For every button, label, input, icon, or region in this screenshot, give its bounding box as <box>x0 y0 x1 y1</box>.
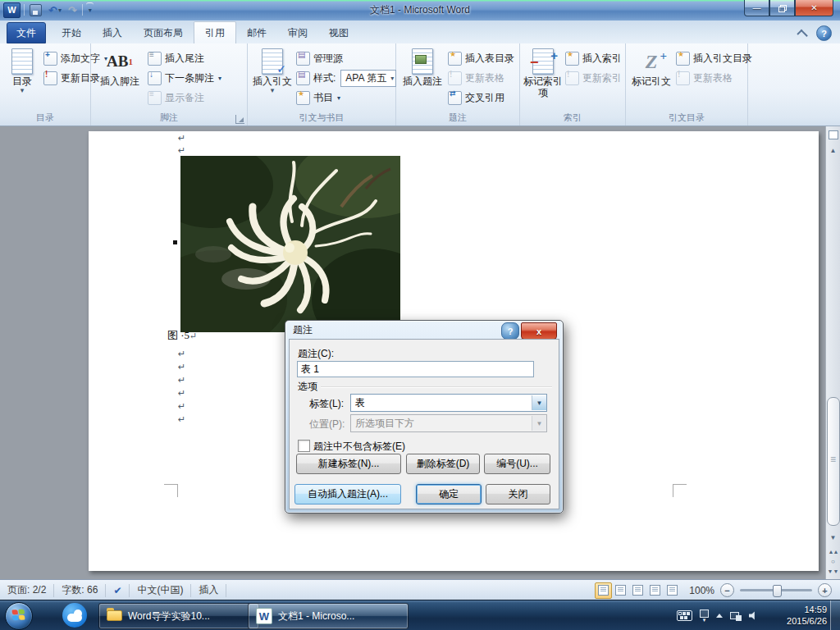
help-button[interactable]: ? <box>816 25 832 41</box>
zoom-controls: 100% − + <box>681 583 840 597</box>
show-notes-button[interactable]: 显示备注 <box>145 88 224 107</box>
manage-sources-button[interactable]: 管理源 <box>294 48 399 68</box>
tab-mailings[interactable]: 邮件 <box>236 22 277 43</box>
toc-button[interactable]: 目录 <box>3 46 41 112</box>
exclude-label-checkbox[interactable] <box>298 440 310 452</box>
toc-icon <box>10 48 34 75</box>
insert-footnote-button[interactable]: AB1 插入脚注 <box>94 46 145 112</box>
tab-view[interactable]: 视图 <box>318 22 359 43</box>
caption-text-input[interactable]: 表 1 <box>297 361 534 377</box>
tab-home[interactable]: 开始 <box>51 22 92 43</box>
bibliography-button[interactable]: 书目 <box>294 88 399 107</box>
show-hidden-icons-button[interactable] <box>716 614 723 618</box>
previous-page-button[interactable]: ▲▲ <box>826 546 840 556</box>
options-group-label: 选项 <box>298 380 317 394</box>
restore-button[interactable] <box>769 0 795 16</box>
update-index-button[interactable]: 更新索引 <box>563 68 624 88</box>
word-app-icon: W <box>256 608 272 624</box>
volume-tray-icon[interactable] <box>749 611 758 620</box>
network-tray-icon[interactable] <box>730 611 742 621</box>
zoom-slider[interactable] <box>740 589 812 591</box>
web-layout-view-button[interactable] <box>629 582 646 599</box>
restore-icon <box>778 5 786 11</box>
system-tray: ▾ <box>677 600 758 630</box>
tab-page-layout[interactable]: 页面布局 <box>133 22 194 43</box>
vertical-scrollbar[interactable]: ▲ ▼ ▲▲ ○ ▼▼ <box>825 126 840 579</box>
group-label: 索引 <box>520 112 625 126</box>
taskbar-clock[interactable]: 14:59 2015/6/26 <box>787 604 827 627</box>
mark-citation-icon: Z <box>639 48 664 75</box>
ok-button[interactable]: 确定 <box>416 484 482 504</box>
label-select[interactable]: 表 ▼ <box>350 394 547 412</box>
scroll-up-arrow[interactable]: ▲ <box>826 144 840 156</box>
insert-endnote-button[interactable]: 插入尾注 <box>145 48 224 68</box>
folder-icon <box>107 610 122 622</box>
zoom-slider-thumb[interactable] <box>773 585 782 597</box>
zoom-level[interactable]: 100% <box>689 585 714 596</box>
insert-endnote-icon <box>148 52 162 66</box>
mark-entry-button[interactable]: 标记索引项 <box>523 46 563 112</box>
insert-table-of-figures-icon <box>448 52 462 66</box>
spellcheck-icon[interactable]: ✔ <box>106 584 130 597</box>
zoom-out-button[interactable]: − <box>720 583 734 597</box>
flower-image[interactable] <box>180 156 400 332</box>
ruler-toggle-button[interactable] <box>826 128 840 141</box>
fullscreen-reading-view-button[interactable] <box>612 582 629 599</box>
word-task-button[interactable]: W 文档1 - Microso... <box>248 603 409 629</box>
minimize-button[interactable]: — <box>744 0 769 16</box>
language-bar-icon[interactable]: ▾ <box>700 609 709 623</box>
show-desktop-button[interactable] <box>830 600 840 630</box>
language-indicator[interactable]: 中文(中国) <box>130 584 191 597</box>
paragraph-mark: ↵ <box>178 415 185 424</box>
status-bar: 页面: 2/2 字数: 66 ✔ 中文(中国) 插入 100% − + <box>0 579 840 600</box>
autocaption-button[interactable]: 自动插入题注(A)... <box>294 484 401 504</box>
manage-sources-icon <box>296 52 310 66</box>
page-indicator[interactable]: 页面: 2/2 <box>0 584 54 597</box>
position-select[interactable]: 所选项目下方 ▼ <box>350 414 547 432</box>
citation-style-select[interactable]: APA 第五 <box>340 70 396 87</box>
start-button[interactable] <box>5 602 33 630</box>
outline-view-button[interactable] <box>646 582 664 599</box>
keyboard-tray-icon[interactable] <box>677 610 692 621</box>
insert-table-of-figures-button[interactable]: 插入表目录 <box>445 48 517 68</box>
qq-browser-icon[interactable] <box>62 603 87 628</box>
insert-caption-button[interactable]: 插入题注 <box>399 46 445 112</box>
tab-file[interactable]: 文件 <box>7 22 46 43</box>
web-layout-icon <box>632 585 643 596</box>
draft-view-button[interactable] <box>664 582 681 599</box>
scrollbar-thumb[interactable] <box>827 397 840 526</box>
groupbox-line <box>321 386 552 388</box>
tab-references[interactable]: 引用 <box>194 21 236 43</box>
close-button[interactable]: ✕ <box>795 0 833 16</box>
numbering-button[interactable]: 编号(U)... <box>484 454 550 474</box>
collapse-ribbon-icon[interactable] <box>797 29 807 39</box>
insert-index-button[interactable]: 插入索引 <box>563 48 624 68</box>
cancel-close-button[interactable]: 关闭 <box>486 484 550 504</box>
footnote-dialog-launcher[interactable] <box>235 115 244 124</box>
figure-caption[interactable]: 图 ·5↵ <box>167 328 197 343</box>
tab-insert[interactable]: 插入 <box>92 22 133 43</box>
cross-reference-button[interactable]: 交叉引用 <box>445 88 517 107</box>
word-count[interactable]: 字数: 66 <box>54 584 106 597</box>
dialog-help-button[interactable]: ? <box>501 322 519 340</box>
insert-citation-button[interactable]: 插入引文 <box>251 46 294 112</box>
next-footnote-button[interactable]: 下一条脚注 <box>145 68 224 88</box>
new-label-button[interactable]: 新建标签(N)... <box>296 454 401 474</box>
text-boundary-mark <box>164 484 178 497</box>
select-browse-object-button[interactable]: ○ <box>826 556 840 566</box>
next-page-button[interactable]: ▼▼ <box>826 566 840 576</box>
print-layout-view-button[interactable] <box>595 582 612 599</box>
insert-table-of-authorities-button[interactable]: 插入引文目录 <box>673 48 755 68</box>
document-area: ↵ ↵ <box>0 126 840 579</box>
dialog-close-button[interactable]: x <box>521 322 557 340</box>
tab-review[interactable]: 审阅 <box>277 22 318 43</box>
scroll-down-arrow[interactable]: ▼ <box>826 532 840 543</box>
update-table-button[interactable]: 更新表格 <box>445 68 517 88</box>
mark-citation-button[interactable]: Z 标记引文 <box>629 46 673 112</box>
zoom-in-button[interactable]: + <box>818 583 832 597</box>
folder-task-button[interactable]: Word导学实验10... <box>98 603 259 629</box>
delete-label-button[interactable]: 删除标签(D) <box>406 454 480 474</box>
insert-mode-indicator[interactable]: 插入 <box>191 584 226 597</box>
ribbon-tab-row: 文件 开始 插入 页面布局 引用 邮件 审阅 视图 ? <box>0 21 840 43</box>
update-citation-table-button[interactable]: 更新表格 <box>673 68 755 88</box>
